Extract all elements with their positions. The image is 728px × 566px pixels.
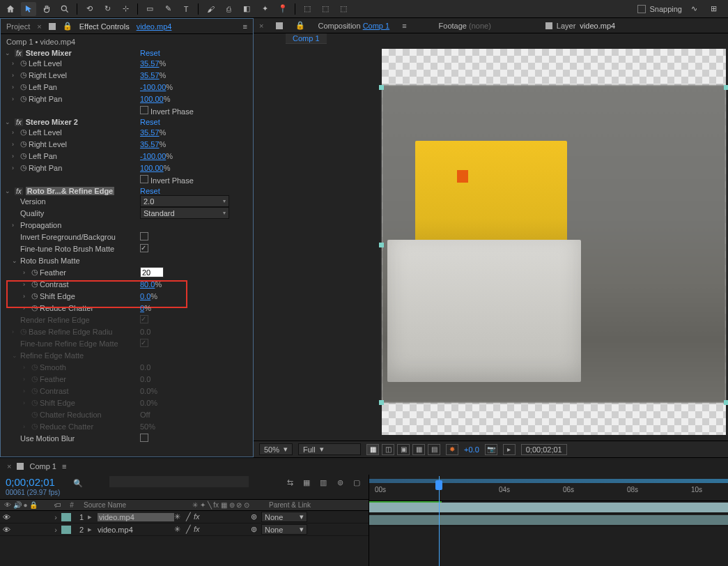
close-tab-icon[interactable]: × bbox=[37, 22, 41, 31]
effect-controls-source[interactable]: video.mp4 bbox=[137, 22, 172, 31]
search-icon[interactable]: 🔍 bbox=[73, 479, 83, 488]
orbit-tool-icon[interactable]: ⟲ bbox=[82, 2, 97, 16]
value-shift-edge[interactable]: 0.0 bbox=[140, 292, 150, 300]
resize-handle[interactable] bbox=[379, 85, 384, 90]
view-axis-icon[interactable]: ⬚ bbox=[336, 2, 351, 16]
timeline-timecode[interactable]: 0;00;02;01 bbox=[6, 476, 55, 488]
reset-link[interactable]: Reset bbox=[140, 118, 160, 126]
stopwatch-icon[interactable]: ◷ bbox=[20, 59, 29, 68]
snapshot-icon[interactable]: 📷 bbox=[485, 444, 497, 455]
reset-link[interactable]: Reset bbox=[140, 49, 160, 57]
grid-icon[interactable]: ▦ bbox=[412, 444, 425, 455]
snap-grid-icon[interactable]: ⊞ bbox=[706, 2, 721, 16]
transparency-grid-icon[interactable]: ▦ bbox=[366, 444, 379, 455]
motion-blur-checkbox[interactable] bbox=[140, 434, 148, 442]
timeline-tracks[interactable]: 00s 04s 06s 08s 10s bbox=[369, 475, 728, 566]
tab-project[interactable]: Project bbox=[6, 22, 30, 31]
reset-link[interactable]: Reset bbox=[140, 187, 160, 195]
tab-layer[interactable]: Layer video.mp4 bbox=[545, 22, 615, 30]
tl-icon-1[interactable]: ⇆ bbox=[284, 476, 296, 489]
resize-handle[interactable] bbox=[724, 85, 728, 90]
preview-timecode[interactable]: 0;00;02;01 bbox=[521, 444, 567, 455]
snap-mode-icon[interactable]: ∿ bbox=[686, 2, 702, 16]
channel-icon[interactable]: ▤ bbox=[428, 444, 440, 455]
home-icon[interactable] bbox=[3, 2, 18, 16]
pen-tool-icon[interactable]: ✎ bbox=[160, 2, 176, 16]
rotate-tool-icon[interactable]: ↻ bbox=[100, 2, 115, 16]
text-tool-icon[interactable]: T bbox=[178, 2, 194, 16]
pin-tool-icon[interactable]: 📍 bbox=[275, 2, 291, 16]
tab-composition[interactable]: Composition Comp 1 bbox=[318, 22, 389, 30]
finetune-rbm-checkbox[interactable] bbox=[140, 244, 148, 252]
version-dropdown[interactable]: 2.0▾ bbox=[140, 195, 229, 207]
invert-phase-checkbox[interactable] bbox=[140, 106, 148, 114]
tab-effect-controls[interactable]: Effect Controls bbox=[79, 22, 130, 31]
layer-row[interactable]: 👁 › 1 ▸ video.mp4 ✳╱fx ⊚None▾ bbox=[0, 511, 369, 523]
resize-handle[interactable] bbox=[379, 243, 384, 247]
chevron-right-icon[interactable]: › bbox=[50, 513, 61, 521]
timeline-tab[interactable]: Comp 1 bbox=[29, 462, 56, 471]
panel-menu-icon[interactable]: ≡ bbox=[62, 462, 66, 471]
playhead[interactable] bbox=[435, 480, 442, 490]
chevron-right-icon[interactable]: › bbox=[12, 60, 19, 67]
search-input[interactable] bbox=[109, 476, 249, 487]
close-panel-icon[interactable]: × bbox=[259, 22, 263, 30]
anchor-tool-icon[interactable]: ⊹ bbox=[118, 2, 133, 16]
mask-view-icon[interactable]: ◫ bbox=[382, 444, 394, 455]
zoom-dropdown[interactable]: 50%▾ bbox=[259, 443, 293, 455]
value-right-pan[interactable]: 100.00 bbox=[140, 95, 164, 103]
tl-icon-4[interactable]: ⊚ bbox=[334, 476, 346, 489]
quality-dropdown[interactable]: Standard▾ bbox=[140, 207, 229, 219]
show-snapshot-icon[interactable]: ▸ bbox=[503, 444, 516, 455]
chevron-down-icon[interactable]: ⌄ bbox=[5, 49, 12, 56]
hand-tool-icon[interactable] bbox=[39, 2, 54, 16]
comp-subtab[interactable]: Comp 1 bbox=[286, 33, 327, 44]
tl-icon-5[interactable]: ▢ bbox=[350, 476, 363, 489]
local-axis-icon[interactable]: ⬚ bbox=[300, 2, 315, 16]
rect-tool-icon[interactable]: ▭ bbox=[142, 2, 157, 16]
eraser-tool-icon[interactable]: ◧ bbox=[239, 2, 254, 16]
effect-stereo-mixer[interactable]: ⌄ fx Stereo Mixer Reset bbox=[5, 49, 249, 57]
color-mgmt-icon[interactable]: ✸ bbox=[446, 444, 458, 455]
layer-color-tag[interactable] bbox=[61, 513, 71, 521]
value-contrast[interactable]: 80.0 bbox=[140, 280, 155, 289]
tl-icon-2[interactable]: ▦ bbox=[300, 476, 313, 489]
tab-footage[interactable]: Footage (none) bbox=[439, 22, 491, 30]
roto-matte-header[interactable]: Roto Brush Matte bbox=[20, 257, 80, 265]
link-icon[interactable]: ⊚ bbox=[251, 512, 257, 521]
layer-name[interactable]: video.mp4 bbox=[98, 513, 174, 521]
layer-color-tag[interactable] bbox=[61, 526, 71, 534]
value-left-pan[interactable]: -100.00 bbox=[140, 83, 166, 91]
roto-tool-icon[interactable]: ✦ bbox=[257, 2, 272, 16]
lock-icon[interactable]: 🔒 bbox=[295, 21, 305, 30]
resize-handle[interactable] bbox=[379, 400, 384, 405]
exposure-value[interactable]: +0.0 bbox=[464, 445, 479, 454]
visibility-icon[interactable]: 👁 bbox=[0, 526, 13, 534]
effect-roto-brush[interactable]: ⌄fx Roto Br...& Refine Edge Reset bbox=[5, 187, 249, 195]
layer-row[interactable]: 👁 › 2 ▸ video.mp4 ✳╱fx ⊚None▾ bbox=[0, 523, 369, 536]
snapping-checkbox[interactable] bbox=[637, 5, 646, 13]
lock-icon[interactable]: 🔒 bbox=[63, 22, 72, 31]
brush-tool-icon[interactable]: 🖌 bbox=[203, 2, 218, 16]
world-axis-icon[interactable]: ⬚ bbox=[318, 2, 333, 16]
resolution-dropdown[interactable]: Full▾ bbox=[298, 443, 361, 455]
link-icon[interactable]: ⊚ bbox=[251, 525, 257, 534]
invert-fg-checkbox[interactable] bbox=[140, 232, 148, 240]
effect-stereo-mixer-2[interactable]: ⌄fx Stereo Mixer 2 Reset bbox=[5, 118, 249, 126]
feather-input[interactable] bbox=[140, 267, 164, 277]
guides-icon[interactable]: ▣ bbox=[397, 444, 410, 455]
selection-tool-icon[interactable] bbox=[21, 2, 36, 16]
zoom-tool-icon[interactable] bbox=[57, 2, 72, 16]
parent-dropdown[interactable]: None▾ bbox=[261, 512, 307, 522]
tl-icon-3[interactable]: ▥ bbox=[317, 476, 330, 489]
close-tab-icon[interactable]: × bbox=[7, 462, 11, 471]
value-left-level[interactable]: 35.57 bbox=[140, 59, 160, 68]
prop-propagation[interactable]: Propagation bbox=[20, 221, 61, 229]
visibility-icon[interactable]: 👁 bbox=[0, 513, 13, 521]
parent-dropdown[interactable]: None▾ bbox=[261, 524, 307, 535]
resize-handle[interactable] bbox=[724, 400, 728, 405]
panel-menu-icon[interactable]: ≡ bbox=[243, 22, 247, 31]
layer-name[interactable]: video.mp4 bbox=[98, 526, 174, 534]
panel-menu-icon[interactable]: ≡ bbox=[402, 22, 406, 30]
value-right-level[interactable]: 35.57 bbox=[140, 71, 160, 79]
